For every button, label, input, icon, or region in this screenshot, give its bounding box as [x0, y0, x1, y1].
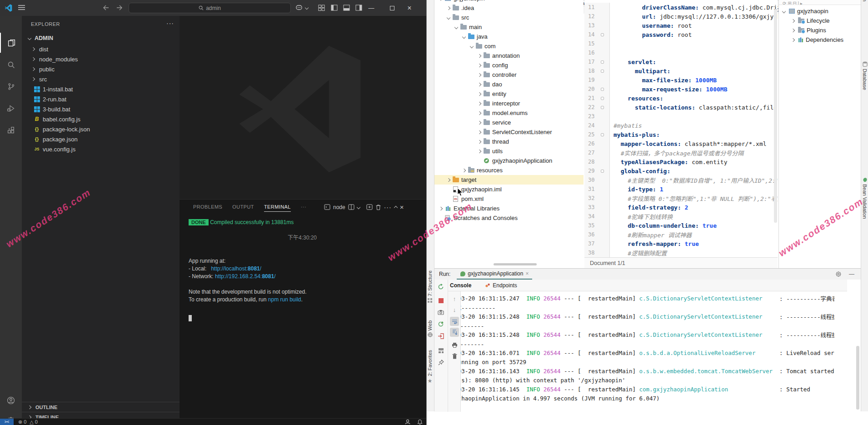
menu-hamburger-icon[interactable] [18, 5, 25, 10]
tree-item[interactable]: src [434, 13, 584, 22]
tree-item[interactable]: dao [434, 80, 584, 89]
tree-item[interactable]: java [434, 32, 584, 41]
project-tree[interactable]: gxjyzhaopin.ideasrcmainjavacomannotation… [434, 0, 584, 268]
source-control-icon[interactable] [0, 76, 22, 96]
tree-item[interactable]: entity [434, 89, 584, 99]
right-strip-tab-database[interactable]: Database [862, 61, 868, 90]
panel-tab-problems[interactable]: PROBLEMS [193, 204, 222, 212]
tree-item[interactable]: service [434, 118, 584, 127]
dump-threads-camera-icon[interactable] [436, 308, 445, 317]
tree-item[interactable]: gxjyzhaopinApplication [434, 156, 584, 165]
terminal-output[interactable]: DONE Compiled successfully in 13881ms 下午… [189, 219, 416, 324]
spring-restart-icon[interactable] [436, 320, 445, 329]
left-strip-tab-web[interactable]: Web [427, 320, 433, 337]
file-item[interactable]: dist [22, 44, 180, 54]
tree-item[interactable]: utils [434, 146, 584, 156]
kill-terminal-trash-icon[interactable] [375, 204, 381, 210]
minimize-button[interactable]: — [364, 0, 379, 16]
yaml-editor[interactable]: 11 driverClassName: com.mysql.cj.jdbc.Dr… [584, 0, 778, 257]
down-stacktrace-icon[interactable]: ↓ [450, 305, 459, 314]
search-sidebar-icon[interactable] [0, 55, 22, 75]
tree-item[interactable]: config [434, 60, 584, 70]
editor-scrollbar[interactable] [774, 9, 777, 223]
back-arrow-icon[interactable] [103, 5, 109, 10]
problems-status[interactable]: ⊗0 △0 [18, 419, 38, 425]
clear-console-trash-icon[interactable] [450, 351, 459, 360]
new-terminal-icon[interactable] [366, 204, 373, 210]
maven-item[interactable]: Dependencies [779, 35, 861, 45]
file-item[interactable]: src [22, 74, 180, 84]
explorer-icon[interactable] [0, 33, 22, 53]
fold-marker-icon[interactable] [601, 106, 604, 109]
tree-item[interactable]: annotation [434, 51, 584, 60]
run-debug-icon[interactable] [0, 98, 22, 118]
maximize-button[interactable] [384, 0, 400, 16]
tree-item[interactable]: ServletContextListener [434, 127, 584, 137]
fold-marker-icon[interactable] [601, 60, 604, 64]
forward-arrow-icon[interactable] [116, 5, 123, 10]
pin-icon[interactable] [436, 358, 445, 367]
hide-toolwindow-icon[interactable]: — [849, 271, 854, 277]
layout-sidebar-right-icon[interactable] [355, 5, 362, 11]
maven-tree[interactable]: gxjyzhaopinLifecyclePluginsDependencies [779, 0, 861, 45]
tree-item[interactable]: model.enums [434, 108, 584, 118]
run-tab-endpoints[interactable]: Endpoints [482, 282, 519, 289]
layout-sidebar-left-icon[interactable] [331, 5, 338, 11]
soft-wrap-icon[interactable] [450, 317, 459, 326]
tree-item[interactable]: target [434, 175, 584, 185]
left-strip-tab-2-favorites[interactable]: 2: Favorites★ [427, 350, 433, 384]
remote-indicator[interactable]: >< [0, 419, 14, 425]
close-tab-icon[interactable]: × [525, 270, 529, 277]
terminal-shell-label[interactable]: node [333, 204, 345, 210]
panel-tabs-more-icon[interactable]: ··· [301, 204, 306, 212]
search-input[interactable]: admin [129, 3, 291, 13]
fold-marker-icon[interactable] [601, 88, 604, 91]
notifications-bell-icon[interactable] [417, 419, 423, 425]
tree-item[interactable]: controller [434, 70, 584, 80]
tree-item[interactable]: com [434, 41, 584, 51]
right-strip-tab-bean-validation[interactable]: Bean Validation [862, 177, 868, 219]
tree-item[interactable]: gxjyzhaopin [434, 0, 584, 3]
tree-item[interactable]: main [434, 22, 584, 32]
file-item[interactable]: JSvue.config.js [22, 144, 180, 154]
maven-toolbar-icons[interactable]: ⟳ ⊞ ⊟ | ▸ [783, 1, 803, 5]
fold-marker-icon[interactable] [601, 133, 604, 136]
file-item[interactable]: node_modules [22, 54, 180, 64]
extensions-icon[interactable] [0, 120, 22, 140]
sidebar-section-outline[interactable]: OUTLINE [22, 402, 180, 412]
file-item[interactable]: 3-build.bat [22, 104, 180, 114]
maximize-panel-icon[interactable] [394, 206, 397, 210]
scroll-to-end-icon[interactable] [450, 328, 459, 337]
account-icon[interactable] [0, 390, 22, 410]
panel-more-actions-icon[interactable]: ··· [384, 204, 392, 211]
file-item[interactable]: 2-run.bat [22, 94, 180, 104]
close-button[interactable]: × [402, 0, 417, 16]
file-item[interactable]: {}package.json [22, 134, 180, 144]
close-panel-icon[interactable]: × [400, 203, 404, 211]
tree-item[interactable]: Scratches and Consoles [434, 213, 584, 223]
tree-item[interactable]: External Libraries [434, 204, 584, 213]
explorer-more-actions-icon[interactable]: ··· [166, 20, 174, 27]
run-settings-gear-icon[interactable] [835, 271, 842, 277]
file-item[interactable]: 1-install.bat [22, 84, 180, 94]
copilot-icon[interactable] [295, 5, 303, 11]
stop-icon[interactable] [436, 296, 445, 305]
panel-tab-output[interactable]: OUTPUT [232, 204, 254, 212]
print-icon[interactable] [450, 340, 459, 350]
left-strip-tab-7-structure[interactable]: 7: Structure [427, 270, 433, 303]
up-stacktrace-icon[interactable]: ↑ [450, 294, 459, 303]
exit-icon[interactable] [436, 331, 445, 340]
maven-item[interactable]: Plugins [779, 25, 861, 35]
fold-marker-icon[interactable] [601, 33, 604, 36]
panel-tab-terminal[interactable]: TERMINAL [264, 204, 291, 212]
fold-marker-icon[interactable] [601, 97, 604, 100]
maven-root[interactable]: gxjyzhaopin [779, 6, 861, 16]
run-config-tab[interactable]: gxjyzhaopinApplication × [457, 269, 532, 280]
split-editor-icon[interactable] [318, 5, 325, 11]
tree-item[interactable]: thread [434, 137, 584, 146]
file-item[interactable]: {}package-lock.json [22, 124, 180, 134]
rerun-icon[interactable] [436, 282, 445, 291]
layout-panel-icon[interactable] [343, 5, 350, 11]
explorer-root-folder[interactable]: ADMIN [22, 33, 180, 43]
tree-item[interactable]: interceptor [434, 99, 584, 108]
